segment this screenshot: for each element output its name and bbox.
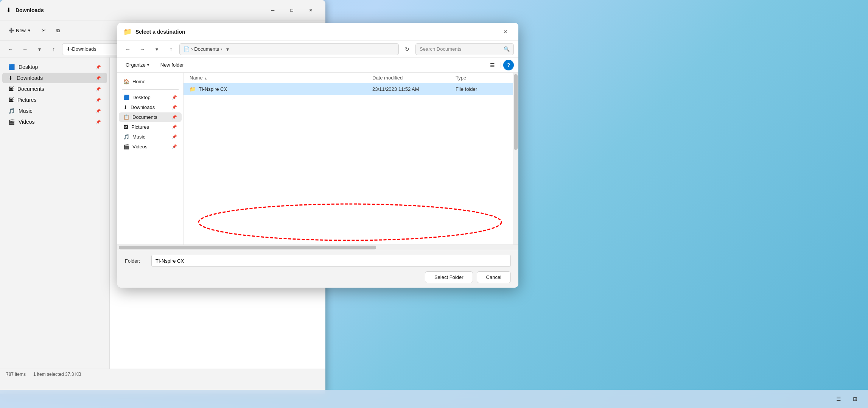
cut-button[interactable]: ✂ [38, 25, 50, 36]
dialog-sidebar-home[interactable]: 🏠 Home [119, 77, 182, 86]
bg-up-button[interactable]: ↑ [48, 43, 60, 55]
list-view-icon: ☰ [836, 396, 841, 402]
dialog-sidebar-downloads[interactable]: ⬇ Downloads 📌 [119, 103, 182, 112]
pin-icon: 📌 [172, 95, 177, 100]
pin-icon: 📌 [172, 115, 177, 120]
desktop-icon: 🟦 [8, 64, 15, 70]
dialog-sidebar: 🏠 Home 🟦 Desktop 📌 ⬇ Downloads 📌 📋 Docum… [117, 73, 184, 244]
sidebar-item-documents[interactable]: 🖼 Documents 📌 [2, 84, 107, 94]
list-view-button[interactable]: ☰ [832, 392, 845, 406]
folder-input[interactable] [151, 255, 511, 267]
bg-close-button[interactable]: ✕ [302, 4, 319, 16]
bg-nav-icon: ⬇ [66, 46, 70, 52]
music-icon: 🎵 [123, 134, 129, 140]
copy-icon: ⧉ [56, 28, 60, 34]
dialog-footer: Folder: Select Folder Cancel [117, 250, 518, 288]
copy-button[interactable]: ⧉ [53, 25, 64, 36]
sidebar-item-music[interactable]: 🎵 Music 📌 [2, 106, 107, 116]
dialog-sidebar-pictures[interactable]: 🖼 Pictures 📌 [119, 122, 182, 132]
pin-icon: 📌 [96, 65, 101, 70]
folder-row: Folder: [125, 255, 511, 267]
h-scrollbar-thumb[interactable] [119, 246, 376, 249]
select-destination-dialog: 📁 Select a destination ✕ ← → ▾ ↑ 📄 › Doc… [117, 23, 518, 288]
documents-icon: 📋 [123, 114, 129, 120]
scrollbar-thumb[interactable] [514, 74, 518, 150]
bg-status-bar: 787 items 1 item selected 37.3 KB [0, 369, 325, 379]
desktop-icon: 🟦 [123, 95, 129, 100]
downloads-icon: ⬇ [8, 75, 13, 81]
file-name-cell: 📁 TI-Nspire CX [190, 86, 372, 92]
new-folder-button[interactable]: New folder [156, 60, 188, 70]
dialog-refresh-button[interactable]: ↻ [401, 43, 413, 55]
videos-icon: 🎬 [8, 119, 15, 125]
sidebar-item-desktop[interactable]: 🟦 Desktop 📌 [2, 62, 107, 72]
col-date[interactable]: Date modified [372, 75, 456, 81]
pin-icon: 📌 [96, 76, 101, 81]
select-folder-button[interactable]: Select Folder [425, 271, 473, 283]
dialog-forward-button[interactable]: → [136, 43, 148, 55]
cancel-button[interactable]: Cancel [477, 271, 511, 283]
dialog-recent-button[interactable]: ▾ [151, 43, 163, 55]
bg-forward-button[interactable]: → [19, 43, 31, 55]
pin-icon: 📌 [172, 125, 177, 129]
svg-point-0 [199, 204, 501, 240]
grid-view-button[interactable]: ⊞ [848, 392, 862, 406]
dialog-nav-path[interactable]: 📄 › Documents › ▾ [179, 43, 399, 55]
col-type[interactable]: Type [456, 75, 512, 81]
dialog-search-box[interactable]: Search Documents 🔍 [415, 43, 514, 55]
bg-win-controls: ─ □ ✕ [264, 4, 319, 16]
downloads-icon: ⬇ [123, 104, 128, 110]
organize-button[interactable]: Organize ▾ [122, 60, 153, 70]
search-icon: 🔍 [504, 46, 510, 52]
view-divider: | [500, 62, 502, 69]
col-name[interactable]: Name ▲ [190, 75, 372, 81]
pin-icon: 📌 [96, 120, 101, 125]
folder-icon: 📁 [190, 86, 196, 92]
pin-icon: 📌 [96, 98, 101, 103]
bg-titlebar: ⬇ Downloads ─ □ ✕ [0, 0, 325, 20]
dialog-nav: ← → ▾ ↑ 📄 › Documents › ▾ ↻ Search Docum… [117, 41, 518, 58]
dialog-sidebar-desktop[interactable]: 🟦 Desktop 📌 [119, 93, 182, 102]
sidebar-item-downloads[interactable]: ⬇ Downloads 📌 [2, 73, 107, 83]
footer-buttons: Select Folder Cancel [125, 271, 511, 283]
folder-label: Folder: [125, 258, 148, 264]
search-placeholder-text: Search Documents [420, 46, 462, 52]
bg-back-button[interactable]: ← [5, 43, 17, 55]
selection-info: 1 item selected 37.3 KB [33, 372, 81, 377]
sidebar-divider [122, 89, 179, 90]
bg-sidebar: 🟦 Desktop 📌 ⬇ Downloads 📌 🖼 Documents 📌 … [0, 58, 110, 375]
help-button[interactable]: ? [503, 60, 514, 70]
sidebar-item-pictures[interactable]: 🖼 Pictures 📌 [2, 95, 107, 105]
new-chevron-icon: ▼ [27, 28, 31, 33]
bg-window-title: Downloads [16, 7, 44, 13]
dialog-path-dropdown[interactable]: ▾ [224, 45, 231, 53]
view-options-button[interactable]: ☰ [487, 59, 499, 71]
file-row-ti-nspire[interactable]: 📁 TI-Nspire CX 23/11/2023 11:52 AM File … [184, 83, 518, 95]
new-button[interactable]: ➕ New ▼ [5, 25, 35, 36]
dialog-sidebar-music[interactable]: 🎵 Music 📌 [119, 132, 182, 142]
dialog-sidebar-documents[interactable]: 📋 Documents 📌 [119, 112, 182, 122]
dialog-body: 🏠 Home 🟦 Desktop 📌 ⬇ Downloads 📌 📋 Docum… [117, 73, 518, 244]
horizontal-scrollbar[interactable] [117, 244, 518, 250]
bg-maximize-button[interactable]: □ [283, 4, 300, 16]
dialog-back-button[interactable]: ← [122, 43, 134, 55]
dialog-title: Select a destination [135, 29, 495, 35]
pin-icon: 📌 [172, 134, 177, 139]
documents-icon: 🖼 [8, 86, 14, 92]
sidebar-item-videos[interactable]: 🎬 Videos 📌 [2, 117, 107, 127]
pin-icon: 📌 [172, 105, 177, 110]
dialog-close-button[interactable]: ✕ [499, 25, 512, 39]
view-options: ☰ | ? [487, 59, 514, 71]
docs-icon: 📄 [184, 46, 190, 52]
bg-recent-button[interactable]: ▾ [33, 43, 45, 55]
dialog-main-area: Name ▲ Date modified Type 📁 TI-Nspire CX… [184, 73, 518, 244]
dialog-toolbar: Organize ▾ New folder ☰ | ? [117, 58, 518, 73]
home-icon: 🏠 [123, 79, 129, 84]
dialog-up-button[interactable]: ↑ [165, 43, 177, 55]
dialog-sidebar-videos[interactable]: 🎬 Videos 📌 [119, 142, 182, 151]
organize-chevron-icon: ▾ [147, 63, 149, 67]
vertical-scrollbar[interactable] [513, 73, 518, 244]
pin-icon: 📌 [96, 87, 101, 92]
bg-minimize-button[interactable]: ─ [264, 4, 282, 16]
item-count: 787 items [6, 372, 26, 377]
